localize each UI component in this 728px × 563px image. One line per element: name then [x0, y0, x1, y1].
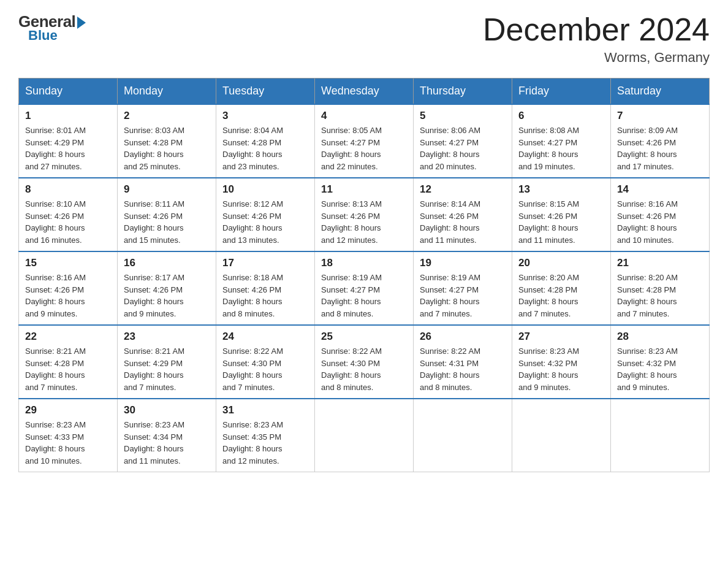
- day-number: 1: [25, 110, 111, 122]
- day-number: 8: [25, 183, 111, 196]
- calendar-cell: 17Sunrise: 8:18 AMSunset: 4:26 PMDayligh…: [216, 251, 315, 325]
- day-info: Sunrise: 8:11 AMSunset: 4:26 PMDaylight:…: [124, 198, 210, 246]
- calendar-cell: 20Sunrise: 8:20 AMSunset: 4:28 PMDayligh…: [512, 251, 611, 325]
- day-number: 15: [25, 257, 111, 269]
- calendar-cell: 21Sunrise: 8:20 AMSunset: 4:28 PMDayligh…: [611, 251, 710, 325]
- day-info: Sunrise: 8:13 AMSunset: 4:26 PMDaylight:…: [321, 198, 407, 246]
- day-info: Sunrise: 8:19 AMSunset: 4:27 PMDaylight:…: [321, 272, 407, 320]
- calendar-cell: 19Sunrise: 8:19 AMSunset: 4:27 PMDayligh…: [414, 251, 512, 325]
- day-info: Sunrise: 8:20 AMSunset: 4:28 PMDaylight:…: [518, 272, 604, 320]
- page-header: General Blue December 2024 Worms, German…: [18, 12, 710, 66]
- calendar-cell: 27Sunrise: 8:23 AMSunset: 4:32 PMDayligh…: [512, 325, 611, 399]
- day-number: 4: [321, 110, 407, 122]
- calendar-cell: 26Sunrise: 8:22 AMSunset: 4:31 PMDayligh…: [414, 325, 512, 399]
- calendar-cell: 31Sunrise: 8:23 AMSunset: 4:35 PMDayligh…: [216, 399, 315, 472]
- day-info: Sunrise: 8:06 AMSunset: 4:27 PMDaylight:…: [420, 124, 506, 172]
- title-block: December 2024 Worms, Germany: [483, 12, 710, 66]
- weekday-header-wednesday: Wednesday: [315, 79, 414, 105]
- day-number: 31: [222, 404, 308, 416]
- day-info: Sunrise: 8:10 AMSunset: 4:26 PMDaylight:…: [25, 198, 111, 246]
- day-info: Sunrise: 8:05 AMSunset: 4:27 PMDaylight:…: [321, 124, 407, 172]
- day-number: 14: [617, 183, 703, 196]
- calendar-cell: 10Sunrise: 8:12 AMSunset: 4:26 PMDayligh…: [216, 178, 315, 251]
- day-info: Sunrise: 8:23 AMSunset: 4:32 PMDaylight:…: [518, 345, 604, 393]
- day-number: 26: [420, 331, 506, 343]
- day-number: 5: [420, 110, 506, 122]
- day-number: 22: [25, 331, 111, 343]
- calendar-week-row: 15Sunrise: 8:16 AMSunset: 4:26 PMDayligh…: [19, 251, 710, 325]
- day-number: 10: [222, 183, 308, 196]
- day-info: Sunrise: 8:16 AMSunset: 4:26 PMDaylight:…: [617, 198, 703, 246]
- weekday-header-thursday: Thursday: [414, 79, 512, 105]
- logo-blue-text: Blue: [28, 28, 58, 44]
- day-number: 9: [124, 183, 210, 196]
- day-number: 13: [518, 183, 604, 196]
- day-info: Sunrise: 8:21 AMSunset: 4:28 PMDaylight:…: [25, 345, 111, 393]
- weekday-header-saturday: Saturday: [611, 79, 710, 105]
- logo: General Blue: [18, 12, 86, 44]
- day-info: Sunrise: 8:21 AMSunset: 4:29 PMDaylight:…: [124, 345, 210, 393]
- day-number: 16: [124, 257, 210, 269]
- day-info: Sunrise: 8:18 AMSunset: 4:26 PMDaylight:…: [222, 272, 308, 320]
- day-info: Sunrise: 8:08 AMSunset: 4:27 PMDaylight:…: [518, 124, 604, 172]
- day-number: 25: [321, 331, 407, 343]
- day-info: Sunrise: 8:23 AMSunset: 4:35 PMDaylight:…: [222, 419, 308, 467]
- calendar-cell: 11Sunrise: 8:13 AMSunset: 4:26 PMDayligh…: [315, 178, 414, 251]
- calendar-cell: 29Sunrise: 8:23 AMSunset: 4:33 PMDayligh…: [19, 399, 118, 472]
- calendar-cell: 9Sunrise: 8:11 AMSunset: 4:26 PMDaylight…: [118, 178, 216, 251]
- calendar-cell: 25Sunrise: 8:22 AMSunset: 4:30 PMDayligh…: [315, 325, 414, 399]
- day-info: Sunrise: 8:15 AMSunset: 4:26 PMDaylight:…: [518, 198, 604, 246]
- calendar-cell: 13Sunrise: 8:15 AMSunset: 4:26 PMDayligh…: [512, 178, 611, 251]
- calendar-cell: 14Sunrise: 8:16 AMSunset: 4:26 PMDayligh…: [611, 178, 710, 251]
- day-number: 7: [617, 110, 703, 122]
- calendar-header-row: SundayMondayTuesdayWednesdayThursdayFrid…: [19, 79, 710, 105]
- calendar-cell: 2Sunrise: 8:03 AMSunset: 4:28 PMDaylight…: [118, 104, 216, 178]
- day-number: 3: [222, 110, 308, 122]
- day-info: Sunrise: 8:04 AMSunset: 4:28 PMDaylight:…: [222, 124, 308, 172]
- day-number: 6: [518, 110, 604, 122]
- calendar-cell: 7Sunrise: 8:09 AMSunset: 4:26 PMDaylight…: [611, 104, 710, 178]
- day-info: Sunrise: 8:19 AMSunset: 4:27 PMDaylight:…: [420, 272, 506, 320]
- calendar-cell: 28Sunrise: 8:23 AMSunset: 4:32 PMDayligh…: [611, 325, 710, 399]
- calendar-cell: 23Sunrise: 8:21 AMSunset: 4:29 PMDayligh…: [118, 325, 216, 399]
- day-info: Sunrise: 8:09 AMSunset: 4:26 PMDaylight:…: [617, 124, 703, 172]
- day-info: Sunrise: 8:03 AMSunset: 4:28 PMDaylight:…: [124, 124, 210, 172]
- calendar-week-row: 8Sunrise: 8:10 AMSunset: 4:26 PMDaylight…: [19, 178, 710, 251]
- calendar-cell: [611, 399, 710, 472]
- month-title: December 2024: [483, 12, 710, 47]
- day-number: 27: [518, 331, 604, 343]
- calendar-cell: 30Sunrise: 8:23 AMSunset: 4:34 PMDayligh…: [118, 399, 216, 472]
- calendar-cell: 24Sunrise: 8:22 AMSunset: 4:30 PMDayligh…: [216, 325, 315, 399]
- day-info: Sunrise: 8:16 AMSunset: 4:26 PMDaylight:…: [25, 272, 111, 320]
- calendar-cell: 3Sunrise: 8:04 AMSunset: 4:28 PMDaylight…: [216, 104, 315, 178]
- calendar-cell: 5Sunrise: 8:06 AMSunset: 4:27 PMDaylight…: [414, 104, 512, 178]
- calendar-cell: 16Sunrise: 8:17 AMSunset: 4:26 PMDayligh…: [118, 251, 216, 325]
- day-info: Sunrise: 8:22 AMSunset: 4:31 PMDaylight:…: [420, 345, 506, 393]
- day-info: Sunrise: 8:12 AMSunset: 4:26 PMDaylight:…: [222, 198, 308, 246]
- day-info: Sunrise: 8:23 AMSunset: 4:32 PMDaylight:…: [617, 345, 703, 393]
- calendar-week-row: 1Sunrise: 8:01 AMSunset: 4:29 PMDaylight…: [19, 104, 710, 178]
- day-number: 29: [25, 404, 111, 416]
- day-info: Sunrise: 8:23 AMSunset: 4:33 PMDaylight:…: [25, 419, 111, 467]
- day-info: Sunrise: 8:23 AMSunset: 4:34 PMDaylight:…: [124, 419, 210, 467]
- calendar-table: SundayMondayTuesdayWednesdayThursdayFrid…: [18, 78, 710, 472]
- calendar-week-row: 29Sunrise: 8:23 AMSunset: 4:33 PMDayligh…: [19, 399, 710, 472]
- day-info: Sunrise: 8:20 AMSunset: 4:28 PMDaylight:…: [617, 272, 703, 320]
- calendar-cell: [512, 399, 611, 472]
- calendar-cell: 15Sunrise: 8:16 AMSunset: 4:26 PMDayligh…: [19, 251, 118, 325]
- day-number: 23: [124, 331, 210, 343]
- day-info: Sunrise: 8:17 AMSunset: 4:26 PMDaylight:…: [124, 272, 210, 320]
- day-number: 19: [420, 257, 506, 269]
- weekday-header-friday: Friday: [512, 79, 611, 105]
- weekday-header-sunday: Sunday: [19, 79, 118, 105]
- weekday-header-monday: Monday: [118, 79, 216, 105]
- calendar-cell: 1Sunrise: 8:01 AMSunset: 4:29 PMDaylight…: [19, 104, 118, 178]
- calendar-week-row: 22Sunrise: 8:21 AMSunset: 4:28 PMDayligh…: [19, 325, 710, 399]
- day-number: 17: [222, 257, 308, 269]
- day-number: 30: [124, 404, 210, 416]
- day-info: Sunrise: 8:22 AMSunset: 4:30 PMDaylight:…: [222, 345, 308, 393]
- day-number: 20: [518, 257, 604, 269]
- day-info: Sunrise: 8:22 AMSunset: 4:30 PMDaylight:…: [321, 345, 407, 393]
- weekday-header-tuesday: Tuesday: [216, 79, 315, 105]
- location: Worms, Germany: [483, 50, 710, 66]
